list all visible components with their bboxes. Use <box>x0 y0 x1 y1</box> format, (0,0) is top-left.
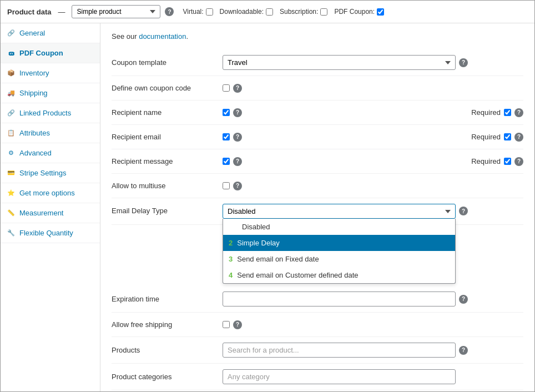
sidebar-item-flexible-quantity[interactable]: Flexible Quantity <box>1 223 100 243</box>
sidebar-label-advanced: Advanced <box>19 149 52 157</box>
expiration-time-label: Expiration time <box>112 295 223 303</box>
email-delay-type-control: Disabled Simple Delay Send email on Fixe… <box>223 204 523 219</box>
flexible-quantity-icon <box>7 229 15 237</box>
recipient-name-label: Recipient name <box>112 108 223 117</box>
recipient-name-required-checkbox[interactable] <box>504 109 511 116</box>
allow-multiuse-help-icon[interactable]: ? <box>233 182 242 190</box>
expiration-time-input[interactable] <box>223 292 456 306</box>
products-help-icon[interactable]: ? <box>459 346 468 355</box>
product-data-panel: Product data — Simple product Variable p… <box>0 0 535 392</box>
coupon-template-label: Coupon template <box>112 58 223 67</box>
product-type-help-icon[interactable]: ? <box>165 7 174 16</box>
option-num-customer-date: 4 <box>229 271 233 279</box>
recipient-email-required-checkbox[interactable] <box>504 133 511 140</box>
option-label-simple-delay: Simple Delay <box>237 239 280 247</box>
recipient-email-help-icon[interactable]: ? <box>233 133 242 142</box>
option-num-fixed-date: 3 <box>229 255 233 263</box>
downloadable-checkbox[interactable] <box>266 8 273 16</box>
recipient-name-help-icon[interactable]: ? <box>233 108 242 117</box>
define-coupon-code-help-icon[interactable]: ? <box>233 84 242 93</box>
pdf-coupon-label-text: PDF Coupon: <box>334 8 375 16</box>
recipient-email-required-help-icon[interactable]: ? <box>514 133 523 142</box>
allow-free-shipping-help-icon[interactable]: ? <box>233 320 242 329</box>
coupon-template-select[interactable]: Travel Default Birthday Holiday <box>223 55 456 70</box>
allow-free-shipping-checkbox[interactable] <box>223 321 230 328</box>
sidebar-item-inventory[interactable]: Inventory <box>1 63 100 83</box>
email-delay-dropdown-container: Disabled Simple Delay Send email on Fixe… <box>223 204 456 219</box>
sidebar-item-stripe-settings[interactable]: Stripe Settings <box>1 163 100 183</box>
recipient-email-label: Recipient email <box>112 133 223 141</box>
dropdown-option-simple-delay[interactable]: 2 Simple Delay <box>223 235 455 251</box>
recipient-name-control: ? Required ? <box>223 108 523 117</box>
expiration-time-help-icon[interactable]: ? <box>459 295 468 304</box>
sidebar-label-inventory: Inventory <box>19 69 49 77</box>
option-num-simple-delay: 2 <box>229 239 233 247</box>
recipient-name-checkbox[interactable] <box>223 109 230 116</box>
virtual-checkbox-label: Virtual: <box>183 8 213 16</box>
option-label-customer-date: Send email on Customer defined date <box>237 271 358 279</box>
recipient-email-checkbox[interactable] <box>223 133 230 140</box>
sidebar-item-linked-products[interactable]: Linked Products <box>1 103 100 123</box>
product-categories-input[interactable] <box>223 369 456 384</box>
products-input[interactable] <box>223 343 456 358</box>
sidebar-item-measurement[interactable]: Measurement <box>1 203 100 223</box>
pdf-coupon-checkbox[interactable] <box>377 8 384 16</box>
recipient-message-checkbox[interactable] <box>223 158 230 165</box>
dropdown-option-fixed-date[interactable]: 3 Send email on Fixed date <box>223 251 455 267</box>
recipient-message-label: Recipient message <box>112 157 223 165</box>
sidebar-item-advanced[interactable]: Advanced <box>1 143 100 163</box>
downloadable-checkbox-label: Downloadable: <box>220 8 273 16</box>
doc-link-prefix: See our <box>112 32 139 41</box>
allow-free-shipping-row: Allow free shipping ? <box>112 313 523 337</box>
subscription-checkbox-label: Subscription: <box>280 8 327 16</box>
linked-icon <box>7 109 15 117</box>
recipient-message-help-icon[interactable]: ? <box>233 157 242 166</box>
sidebar-label-pdf-coupon: PDF Coupon <box>19 49 63 57</box>
allow-multiuse-checkbox[interactable] <box>223 182 230 189</box>
product-type-select[interactable]: Simple product Variable product Grouped … <box>72 5 160 18</box>
coupon-template-row: Coupon template Travel Default Birthday … <box>112 49 523 76</box>
allow-multiuse-row: Allow to multiuse ? <box>112 174 523 198</box>
sidebar-item-get-more-options[interactable]: Get more options <box>1 183 100 203</box>
recipient-message-required-help-icon[interactable]: ? <box>514 157 523 166</box>
sidebar-item-general[interactable]: General <box>1 23 100 43</box>
sidebar-label-shipping: Shipping <box>19 89 48 97</box>
get-more-icon <box>7 189 15 197</box>
dropdown-option-customer-date[interactable]: 4 Send email on Customer defined date <box>223 267 455 283</box>
shipping-icon <box>7 89 15 97</box>
email-delay-type-row: Email Delay Type Disabled Simple Delay S… <box>112 198 523 225</box>
measurement-icon <box>7 209 15 217</box>
products-row: Products ? <box>112 337 523 364</box>
recipient-email-required-group: Required ? <box>471 133 523 142</box>
sidebar-item-attributes[interactable]: Attributes <box>1 123 100 143</box>
recipient-name-required-help-icon[interactable]: ? <box>514 108 523 117</box>
email-delay-select-wrapper: Disabled Simple Delay Send email on Fixe… <box>223 204 456 219</box>
coupon-template-help-icon[interactable]: ? <box>459 58 468 67</box>
email-delay-type-select[interactable]: Disabled Simple Delay Send email on Fixe… <box>223 204 456 219</box>
panel-header: Product data — Simple product Variable p… <box>1 1 534 23</box>
panel-title: Product data <box>7 8 51 16</box>
sidebar-label-flexible-quantity: Flexible Quantity <box>19 229 73 237</box>
recipient-email-control: ? Required ? <box>223 133 523 142</box>
email-delay-help-icon[interactable]: ? <box>459 207 468 215</box>
documentation-link[interactable]: documentation <box>139 32 186 41</box>
stripe-icon <box>7 169 15 177</box>
inventory-icon <box>7 69 15 77</box>
allow-free-shipping-label: Allow free shipping <box>112 320 223 329</box>
sidebar-item-shipping[interactable]: Shipping <box>1 83 100 103</box>
virtual-checkbox[interactable] <box>206 8 213 16</box>
dropdown-option-disabled[interactable]: Disabled <box>223 219 455 235</box>
products-label: Products <box>112 346 223 354</box>
define-coupon-code-checkbox[interactable] <box>223 84 230 92</box>
expiration-time-row: Expiration time ? <box>112 286 523 313</box>
products-control: ? <box>223 343 523 358</box>
recipient-message-required-checkbox[interactable] <box>504 158 511 165</box>
define-coupon-code-row: Define own coupon code ? <box>112 76 523 100</box>
coupon-template-select-wrap: Travel Default Birthday Holiday <box>223 55 456 70</box>
recipient-message-row: Recipient message ? Required ? <box>112 149 523 174</box>
sidebar-label-measurement: Measurement <box>19 209 63 217</box>
subscription-checkbox[interactable] <box>320 8 327 16</box>
content-area: See our documentation. Coupon template T… <box>100 23 534 391</box>
sidebar-label-general: General <box>19 29 45 37</box>
sidebar-item-pdf-coupon[interactable]: PDF Coupon <box>1 43 100 63</box>
